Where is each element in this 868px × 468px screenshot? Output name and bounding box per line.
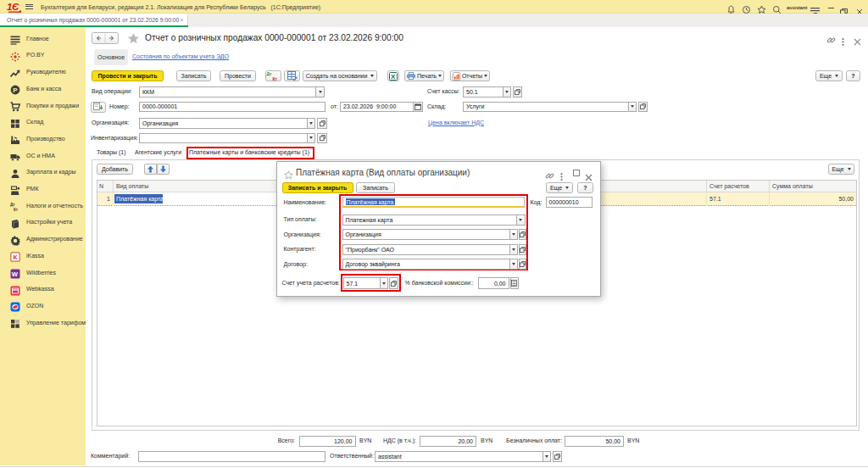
svg-text:Кт: Кт: [14, 208, 19, 212]
svg-text:Кт: Кт: [273, 77, 278, 81]
svg-text:W: W: [12, 270, 19, 278]
svg-text:Дт: Дт: [267, 72, 272, 76]
svg-text:К: К: [14, 254, 18, 261]
svg-text:X: X: [391, 73, 396, 81]
svg-text:1Є: 1Є: [7, 2, 19, 12]
svg-text:Дт: Дт: [10, 203, 15, 207]
svg-text:Р: Р: [13, 86, 18, 94]
